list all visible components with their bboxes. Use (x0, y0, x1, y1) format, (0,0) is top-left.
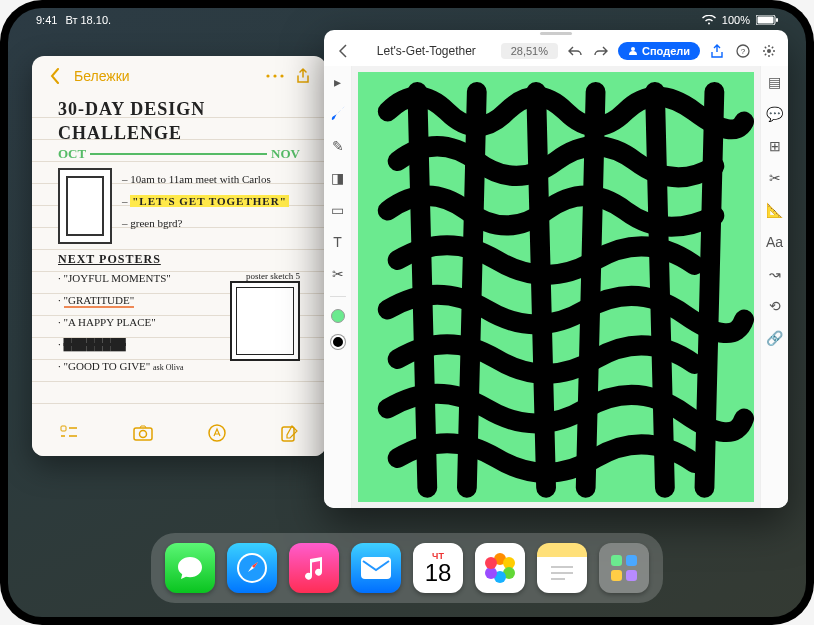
panel-transform-icon[interactable]: ⟲ (765, 296, 785, 316)
draw-export-icon[interactable] (708, 44, 726, 58)
note-ask-label: ask Oliva (153, 363, 183, 372)
notes-markup-icon[interactable] (208, 424, 226, 447)
panel-link-icon[interactable]: 🔗 (765, 328, 785, 348)
draw-doc-title: Let's-Get-Together (360, 44, 493, 58)
note-title-line1: 30-DAY DESIGN (58, 96, 300, 120)
svg-rect-18 (611, 555, 622, 566)
note-list-item-3: "A HAPPY PLACE" (64, 316, 156, 328)
panel-ruler-icon[interactable]: 📐 (765, 200, 785, 220)
notes-app-window[interactable]: Бележки 30-DAY DESIGN CHALLENGE OCT NOV … (32, 56, 326, 456)
tool-slice-icon[interactable]: ✂ (328, 264, 348, 284)
note-month-to: NOV (271, 146, 300, 162)
notes-back-label[interactable]: Бележки (74, 68, 130, 84)
notes-camera-icon[interactable] (133, 425, 153, 446)
battery-icon (756, 15, 778, 25)
svg-point-4 (273, 74, 276, 77)
left-tool-rail: ▸ ✎ ◨ ▭ T ✂ (324, 66, 352, 508)
undo-icon[interactable] (566, 45, 584, 57)
dock-app-mail[interactable] (351, 543, 401, 593)
notes-back-chevron-icon[interactable] (46, 68, 64, 84)
svg-rect-20 (611, 570, 622, 581)
note-bullet-2-highlight: "LET'S GET TOGETHER" (130, 195, 289, 207)
svg-text:?: ? (741, 47, 746, 56)
draw-share-button[interactable]: Сподели (618, 42, 700, 60)
svg-point-11 (631, 47, 635, 51)
notes-checklist-icon[interactable] (60, 424, 78, 447)
color-swatch-green[interactable] (331, 309, 345, 323)
calendar-day-number: 18 (425, 561, 452, 585)
draw-settings-gear-icon[interactable] (760, 44, 778, 58)
poster-sketch-caption: poster sketch 5 (230, 271, 300, 281)
tool-eraser-icon[interactable]: ◨ (328, 168, 348, 188)
wifi-icon (702, 15, 716, 25)
note-title-line2: CHALLENGE (58, 120, 300, 144)
svg-rect-21 (626, 570, 637, 581)
dock-app-notes[interactable] (537, 543, 587, 593)
note-list-item-4-scratched: ████████ (64, 338, 126, 350)
svg-point-5 (280, 74, 283, 77)
tool-cursor-icon[interactable]: ▸ (328, 72, 348, 92)
right-tool-rail: ▤ 💬 ⊞ ✂ 📐 Aa ↝ ⟲ 🔗 (760, 66, 788, 508)
notes-more-icon[interactable] (266, 74, 284, 78)
panel-text-style-icon[interactable]: Aa (765, 232, 785, 252)
svg-point-9 (209, 425, 225, 441)
svg-rect-6 (61, 426, 66, 431)
dock-app-safari[interactable] (227, 543, 277, 593)
note-sketch-thumbnail (58, 168, 112, 244)
notes-share-icon[interactable] (294, 68, 312, 84)
battery-pct: 100% (722, 14, 750, 26)
canvas[interactable] (358, 72, 754, 502)
draw-share-label: Сподели (642, 45, 690, 57)
poster-sketch-frame (230, 281, 300, 361)
drawing-app-window[interactable]: Let's-Get-Together 28,51% Сподели ? ▸ ✎ … (324, 30, 788, 508)
draw-help-icon[interactable]: ? (734, 44, 752, 58)
note-month-underline (90, 153, 267, 155)
panel-layers-icon[interactable]: ▤ (765, 72, 785, 92)
svg-rect-19 (626, 555, 637, 566)
tool-divider (330, 296, 346, 297)
dock-app-calendar[interactable]: ЧТ 18 (413, 543, 463, 593)
note-list-item-5: "GOOD TO GIVE" (64, 360, 151, 372)
color-swatch-black[interactable] (331, 335, 345, 349)
note-bullet-1: 10am to 11am meet with Carlos (130, 173, 270, 185)
note-month-from: OCT (58, 146, 86, 162)
svg-point-14 (767, 49, 771, 53)
panel-align-icon[interactable]: ⊞ (765, 136, 785, 156)
note-section-heading: NEXT POSTERS (58, 252, 300, 267)
svg-rect-2 (776, 18, 778, 22)
redo-icon[interactable] (592, 45, 610, 57)
tool-brush-icon[interactable] (328, 104, 348, 124)
status-time: 9:41 (36, 14, 57, 26)
tool-shape-icon[interactable]: ▭ (328, 200, 348, 220)
svg-point-8 (139, 430, 146, 437)
note-bullet-3: green bgrd? (130, 217, 182, 229)
svg-point-3 (266, 74, 269, 77)
tool-text-icon[interactable]: T (328, 232, 348, 252)
notes-body[interactable]: 30-DAY DESIGN CHALLENGE OCT NOV – 10am t… (32, 96, 326, 416)
dock-app-messages[interactable] (165, 543, 215, 593)
note-list-item-2: "GRATITUDE" (64, 294, 135, 308)
dock-app-photos[interactable] (475, 543, 525, 593)
panel-cut-icon[interactable]: ✂ (765, 168, 785, 188)
draw-zoom-indicator[interactable]: 28,51% (501, 43, 558, 59)
dock-app-music[interactable] (289, 543, 339, 593)
tool-pencil-icon[interactable]: ✎ (328, 136, 348, 156)
svg-rect-1 (758, 17, 774, 24)
dock-app-library[interactable] (599, 543, 649, 593)
draw-back-chevron-icon[interactable] (334, 44, 352, 58)
status-bar: 9:41 Вт 18.10. 100% (8, 8, 806, 32)
panel-comments-icon[interactable]: 💬 (765, 104, 785, 124)
status-date: Вт 18.10. (65, 14, 111, 26)
panel-path-icon[interactable]: ↝ (765, 264, 785, 284)
artwork-brush-lettering (358, 72, 754, 498)
svg-rect-17 (361, 557, 391, 579)
dock: ЧТ 18 (151, 533, 663, 603)
canvas-area[interactable] (352, 66, 760, 508)
note-list-item-1: "JOYFUL MOMENTS" (64, 272, 171, 284)
notes-compose-icon[interactable] (281, 424, 299, 447)
